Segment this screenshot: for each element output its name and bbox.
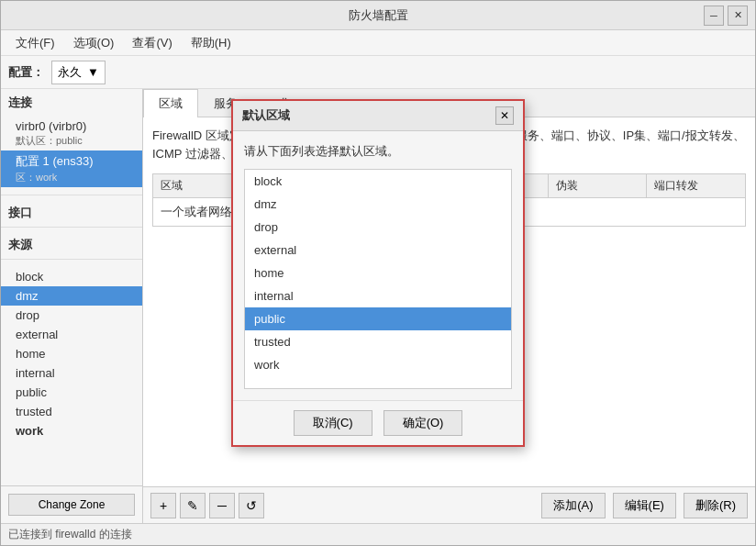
modal-description: 请从下面列表选择默认区域。	[244, 142, 512, 161]
modal-body: 请从下面列表选择默认区域。 block dmz drop external ho…	[233, 131, 523, 401]
modal-title-bar: 默认区域 ✕	[233, 101, 523, 131]
modal-item-work[interactable]: work	[245, 353, 511, 376]
sidebar-virbr0-sub: 默认区：public	[16, 135, 83, 146]
modal-close-button[interactable]: ✕	[495, 106, 514, 125]
modal-item-external[interactable]: external	[245, 239, 511, 262]
modal-item-drop[interactable]: drop	[245, 216, 511, 239]
sidebar-divider-3	[1, 259, 142, 260]
modal-cancel-button[interactable]: 取消(C)	[294, 410, 372, 436]
sidebar-zone-list: block dmz drop external home internal pu…	[1, 263, 142, 444]
modal-footer: 取消(C) 确定(O)	[233, 400, 523, 445]
dropdown-arrow-icon: ▼	[87, 65, 99, 79]
status-text: 已连接到 firewalld 的连接	[8, 527, 132, 542]
sidebar-zone-internal[interactable]: internal	[1, 363, 142, 383]
modal-ok-button[interactable]: 确定(O)	[384, 410, 463, 436]
modal-item-internal[interactable]: internal	[245, 284, 511, 307]
menu-view[interactable]: 查看(V)	[125, 33, 179, 53]
sidebar-divider-1	[1, 195, 142, 195]
add-icon-button[interactable]: +	[150, 493, 176, 518]
config-label: 配置：	[8, 64, 44, 81]
sidebar-zone-block[interactable]: block	[1, 267, 142, 286]
title-bar: 防火墙配置 ─ ✕	[1, 1, 755, 30]
config-value: 永久	[58, 64, 82, 81]
sidebar-zone-public[interactable]: public	[1, 383, 142, 402]
modal-title: 默认区域	[242, 107, 290, 124]
sidebar: 连接 virbr0 (virbr0) 默认区：public 配置 1 (ens3…	[1, 89, 143, 523]
sidebar-ens33-sub: 区：work	[16, 172, 57, 183]
sidebar-ens33[interactable]: 配置 1 (ens33) 区：work	[1, 150, 142, 187]
minimize-button[interactable]: ─	[704, 6, 724, 26]
sidebar-divider-2	[1, 227, 142, 228]
sidebar-connection-header: 连接	[1, 89, 142, 113]
modal-item-public[interactable]: public	[245, 307, 511, 330]
reload-icon-button[interactable]: ↺	[239, 493, 264, 518]
edit-icon-button[interactable]: ✎	[180, 493, 206, 518]
tab-zone[interactable]: 区域	[143, 89, 198, 117]
sidebar-zone-dmz[interactable]: dmz	[1, 286, 142, 306]
add-button[interactable]: 添加(A)	[541, 493, 605, 518]
sidebar-interface-header: 接口	[1, 199, 142, 223]
bottom-toolbar: + ✎ ─ ↺ 添加(A) 编辑(E) 删除(R)	[143, 486, 755, 523]
close-button[interactable]: ✕	[728, 6, 748, 26]
col-masquerade: 伪装	[549, 174, 648, 197]
menu-help[interactable]: 帮助(H)	[183, 33, 239, 53]
config-dropdown[interactable]: 永久 ▼	[51, 61, 106, 84]
modal-item-dmz[interactable]: dmz	[245, 193, 511, 216]
sidebar-source-header: 来源	[1, 231, 142, 255]
delete-button[interactable]: 删除(R)	[684, 493, 748, 518]
edit-button[interactable]: 编辑(E)	[613, 493, 676, 518]
menu-options[interactable]: 选项(O)	[66, 33, 122, 53]
menu-file[interactable]: 文件(F)	[8, 33, 62, 53]
status-bar: 已连接到 firewalld 的连接	[1, 523, 755, 545]
toolbar: 配置： 永久 ▼	[1, 56, 755, 89]
menu-bar: 文件(F) 选项(O) 查看(V) 帮助(H)	[1, 30, 755, 56]
sidebar-virbr0[interactable]: virbr0 (virbr0) 默认区：public	[1, 117, 142, 150]
sidebar-zone-work[interactable]: work	[1, 421, 142, 440]
sidebar-zone-home[interactable]: home	[1, 344, 142, 363]
sidebar-bottom: Change Zone	[1, 485, 142, 523]
change-zone-button[interactable]: Change Zone	[8, 494, 135, 516]
sidebar-connections: virbr0 (virbr0) 默认区：public 配置 1 (ens33) …	[1, 113, 142, 191]
col-portforward: 端口转发	[647, 174, 745, 197]
sidebar-zone-external[interactable]: external	[1, 325, 142, 344]
modal-zone-list[interactable]: block dmz drop external home internal pu…	[244, 169, 512, 389]
sidebar-zone-drop[interactable]: drop	[1, 306, 142, 325]
window-title: 防火墙配置	[349, 7, 408, 24]
modal-dialog: 默认区域 ✕ 请从下面列表选择默认区域。 block dmz drop exte…	[231, 99, 525, 448]
sidebar-zone-trusted[interactable]: trusted	[1, 402, 142, 421]
modal-item-trusted[interactable]: trusted	[245, 330, 511, 353]
remove-icon-button[interactable]: ─	[209, 493, 235, 518]
modal-item-block[interactable]: block	[245, 170, 511, 193]
modal-item-home[interactable]: home	[245, 262, 511, 284]
window-controls: ─ ✕	[704, 6, 748, 26]
